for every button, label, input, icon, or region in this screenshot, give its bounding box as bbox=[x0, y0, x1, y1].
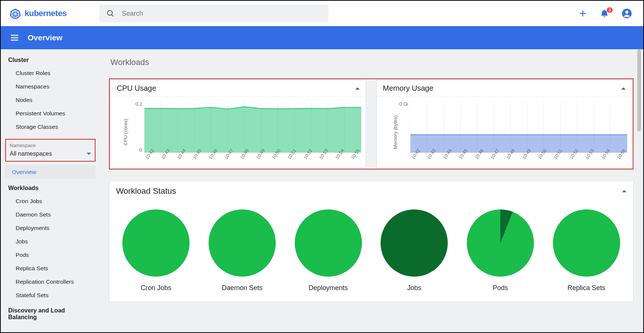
workload-status-item: Replica Sets bbox=[553, 209, 620, 292]
sidebar-item[interactable]: Nodes bbox=[1, 93, 99, 107]
cpu-usage-card: CPU Usage CPU (cores) 0.20 10:4210:4310:… bbox=[110, 80, 366, 168]
svg-point-11 bbox=[107, 10, 112, 15]
namespace-value: All namespaces bbox=[10, 150, 52, 157]
workload-status-item: Jobs bbox=[381, 209, 448, 292]
cpu-card-title: CPU Usage bbox=[117, 84, 156, 93]
section-title: Workloads bbox=[110, 57, 634, 67]
sidebar-item[interactable]: Stateful Sets bbox=[1, 289, 99, 302]
top-header: kubernetes 3 bbox=[1, 1, 643, 26]
sidebar-item[interactable]: Deployments bbox=[1, 221, 99, 235]
sidebar-item[interactable]: Replication Controllers bbox=[1, 275, 99, 289]
status-pie bbox=[122, 209, 190, 277]
sidebar-item[interactable]: Storage Classes bbox=[1, 120, 99, 134]
brand-text: kubernetes bbox=[25, 9, 66, 18]
brand-logo[interactable]: kubernetes bbox=[10, 8, 66, 19]
create-button[interactable] bbox=[578, 9, 587, 18]
user-icon bbox=[622, 8, 632, 19]
svg-point-16 bbox=[625, 10, 628, 13]
account-button[interactable] bbox=[622, 8, 632, 19]
sidebar-item[interactable]: Cron Jobs bbox=[1, 194, 99, 208]
sidebar-group-workloads[interactable]: Workloads bbox=[1, 181, 99, 194]
y-ticks: 0 Gi bbox=[393, 101, 408, 153]
status-pie bbox=[209, 209, 276, 277]
sidebar: ClusterCluster RolesNamespacesNodesPersi… bbox=[1, 49, 99, 332]
collapse-icon[interactable] bbox=[622, 190, 626, 192]
usage-charts-row: CPU Usage CPU (cores) 0.20 10:4210:4310:… bbox=[109, 78, 634, 169]
sidebar-item[interactable]: Cluster Roles bbox=[1, 66, 99, 80]
sidebar-group-discovery[interactable]: Discovery and Load Balancing bbox=[1, 302, 99, 324]
menu-toggle-button[interactable] bbox=[10, 33, 19, 43]
hamburger-icon bbox=[10, 33, 19, 43]
chevron-down-icon bbox=[87, 153, 91, 155]
x-ticks: 10:4210:4310:4410:4510:4610:4710:4810:49… bbox=[144, 154, 361, 168]
workload-status-item: Pods bbox=[467, 209, 534, 292]
x-ticks: 10:4210:4310:4410:4510:4610:4710:4810:49… bbox=[410, 154, 627, 168]
status-pie-label: Jobs bbox=[407, 284, 421, 292]
scrollbar[interactable] bbox=[637, 49, 641, 131]
status-pie bbox=[467, 209, 534, 277]
collapse-icon[interactable] bbox=[355, 87, 360, 90]
search-icon bbox=[106, 9, 115, 18]
search-input[interactable] bbox=[122, 10, 322, 18]
chart-plot bbox=[410, 101, 627, 153]
sidebar-group-cluster[interactable]: Cluster bbox=[1, 53, 99, 66]
workload-status-item: Cron Jobs bbox=[122, 209, 190, 292]
chart-plot bbox=[144, 101, 361, 153]
y-ticks: 0.20 bbox=[127, 101, 142, 153]
workload-status-item: Deployments bbox=[295, 209, 362, 292]
status-pie bbox=[553, 209, 620, 277]
svg-line-12 bbox=[112, 15, 114, 16]
status-card-title: Workload Status bbox=[116, 186, 176, 196]
sidebar-item-overview[interactable]: Overview bbox=[4, 165, 96, 179]
main-content: Workloads CPU Usage CPU (cores) 0.20 10:… bbox=[99, 49, 643, 332]
status-pie-label: Replica Sets bbox=[568, 284, 605, 292]
namespace-label: Namespace bbox=[10, 143, 91, 148]
sidebar-item[interactable]: Daemon Sets bbox=[1, 208, 99, 221]
notifications-button[interactable]: 3 bbox=[600, 9, 609, 18]
collapse-icon[interactable] bbox=[621, 87, 626, 90]
status-pie-label: Pods bbox=[493, 284, 508, 292]
status-pie-label: Cron Jobs bbox=[141, 284, 171, 292]
sidebar-item[interactable]: Jobs bbox=[1, 235, 99, 248]
memory-usage-card: Memory Usage Memory (bytes) 0 Gi 10:4210… bbox=[376, 80, 632, 168]
workload-status-item: Daemon Sets bbox=[209, 209, 276, 292]
sidebar-item[interactable]: Replica Sets bbox=[1, 262, 99, 275]
search-box[interactable] bbox=[99, 4, 328, 22]
status-pie-label: Deployments bbox=[309, 284, 348, 292]
status-pie-label: Daemon Sets bbox=[222, 284, 262, 292]
workload-status-card: Workload Status Cron Jobs Daemon Sets De… bbox=[109, 181, 634, 302]
page-heading: Overview bbox=[28, 33, 62, 42]
mem-card-title: Memory Usage bbox=[383, 84, 434, 93]
plus-icon bbox=[578, 9, 587, 18]
kubernetes-logo-icon bbox=[10, 8, 21, 19]
status-pie bbox=[381, 209, 448, 277]
namespace-selector[interactable]: Namespace All namespaces bbox=[5, 139, 96, 162]
app-bar: Overview bbox=[1, 26, 643, 49]
sidebar-item[interactable]: Pods bbox=[1, 248, 99, 262]
status-pie bbox=[295, 209, 362, 277]
sidebar-item[interactable]: Namespaces bbox=[1, 80, 99, 93]
notification-badge: 3 bbox=[607, 7, 613, 13]
sidebar-item[interactable]: Persistent Volumes bbox=[1, 107, 99, 120]
